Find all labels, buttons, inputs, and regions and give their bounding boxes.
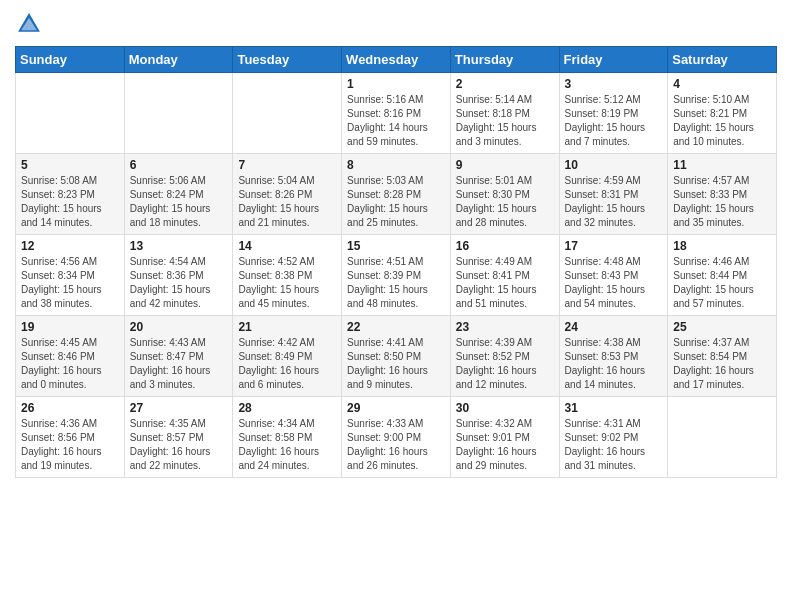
table-row: 30Sunrise: 4:32 AM Sunset: 9:01 PM Dayli…: [450, 397, 559, 478]
table-row: 29Sunrise: 4:33 AM Sunset: 9:00 PM Dayli…: [342, 397, 451, 478]
calendar-week-row: 12Sunrise: 4:56 AM Sunset: 8:34 PM Dayli…: [16, 235, 777, 316]
day-number: 19: [21, 320, 119, 334]
table-row: [668, 397, 777, 478]
day-number: 13: [130, 239, 228, 253]
day-info: Sunrise: 4:39 AM Sunset: 8:52 PM Dayligh…: [456, 336, 554, 392]
table-row: 21Sunrise: 4:42 AM Sunset: 8:49 PM Dayli…: [233, 316, 342, 397]
day-number: 23: [456, 320, 554, 334]
table-row: 10Sunrise: 4:59 AM Sunset: 8:31 PM Dayli…: [559, 154, 668, 235]
col-tuesday: Tuesday: [233, 47, 342, 73]
day-info: Sunrise: 4:43 AM Sunset: 8:47 PM Dayligh…: [130, 336, 228, 392]
table-row: 20Sunrise: 4:43 AM Sunset: 8:47 PM Dayli…: [124, 316, 233, 397]
day-info: Sunrise: 4:34 AM Sunset: 8:58 PM Dayligh…: [238, 417, 336, 473]
logo: [15, 10, 47, 38]
day-info: Sunrise: 4:37 AM Sunset: 8:54 PM Dayligh…: [673, 336, 771, 392]
day-info: Sunrise: 5:16 AM Sunset: 8:16 PM Dayligh…: [347, 93, 445, 149]
day-number: 27: [130, 401, 228, 415]
day-info: Sunrise: 4:59 AM Sunset: 8:31 PM Dayligh…: [565, 174, 663, 230]
col-wednesday: Wednesday: [342, 47, 451, 73]
day-info: Sunrise: 4:48 AM Sunset: 8:43 PM Dayligh…: [565, 255, 663, 311]
calendar-week-row: 26Sunrise: 4:36 AM Sunset: 8:56 PM Dayli…: [16, 397, 777, 478]
day-info: Sunrise: 4:45 AM Sunset: 8:46 PM Dayligh…: [21, 336, 119, 392]
table-row: 3Sunrise: 5:12 AM Sunset: 8:19 PM Daylig…: [559, 73, 668, 154]
day-number: 18: [673, 239, 771, 253]
table-row: 17Sunrise: 4:48 AM Sunset: 8:43 PM Dayli…: [559, 235, 668, 316]
day-info: Sunrise: 5:04 AM Sunset: 8:26 PM Dayligh…: [238, 174, 336, 230]
table-row: 14Sunrise: 4:52 AM Sunset: 8:38 PM Dayli…: [233, 235, 342, 316]
table-row: 16Sunrise: 4:49 AM Sunset: 8:41 PM Dayli…: [450, 235, 559, 316]
day-info: Sunrise: 4:56 AM Sunset: 8:34 PM Dayligh…: [21, 255, 119, 311]
table-row: 24Sunrise: 4:38 AM Sunset: 8:53 PM Dayli…: [559, 316, 668, 397]
col-friday: Friday: [559, 47, 668, 73]
day-number: 20: [130, 320, 228, 334]
day-info: Sunrise: 5:06 AM Sunset: 8:24 PM Dayligh…: [130, 174, 228, 230]
day-number: 2: [456, 77, 554, 91]
table-row: 26Sunrise: 4:36 AM Sunset: 8:56 PM Dayli…: [16, 397, 125, 478]
day-number: 6: [130, 158, 228, 172]
day-number: 17: [565, 239, 663, 253]
day-number: 16: [456, 239, 554, 253]
day-number: 30: [456, 401, 554, 415]
table-row: 7Sunrise: 5:04 AM Sunset: 8:26 PM Daylig…: [233, 154, 342, 235]
table-row: [16, 73, 125, 154]
day-number: 8: [347, 158, 445, 172]
table-row: 13Sunrise: 4:54 AM Sunset: 8:36 PM Dayli…: [124, 235, 233, 316]
table-row: 5Sunrise: 5:08 AM Sunset: 8:23 PM Daylig…: [16, 154, 125, 235]
table-row: 25Sunrise: 4:37 AM Sunset: 8:54 PM Dayli…: [668, 316, 777, 397]
table-row: 18Sunrise: 4:46 AM Sunset: 8:44 PM Dayli…: [668, 235, 777, 316]
day-info: Sunrise: 4:35 AM Sunset: 8:57 PM Dayligh…: [130, 417, 228, 473]
col-monday: Monday: [124, 47, 233, 73]
table-row: 22Sunrise: 4:41 AM Sunset: 8:50 PM Dayli…: [342, 316, 451, 397]
day-info: Sunrise: 4:31 AM Sunset: 9:02 PM Dayligh…: [565, 417, 663, 473]
table-row: 23Sunrise: 4:39 AM Sunset: 8:52 PM Dayli…: [450, 316, 559, 397]
day-number: 14: [238, 239, 336, 253]
col-sunday: Sunday: [16, 47, 125, 73]
table-row: 27Sunrise: 4:35 AM Sunset: 8:57 PM Dayli…: [124, 397, 233, 478]
col-saturday: Saturday: [668, 47, 777, 73]
day-info: Sunrise: 5:14 AM Sunset: 8:18 PM Dayligh…: [456, 93, 554, 149]
day-number: 25: [673, 320, 771, 334]
day-info: Sunrise: 4:57 AM Sunset: 8:33 PM Dayligh…: [673, 174, 771, 230]
table-row: 31Sunrise: 4:31 AM Sunset: 9:02 PM Dayli…: [559, 397, 668, 478]
day-info: Sunrise: 4:42 AM Sunset: 8:49 PM Dayligh…: [238, 336, 336, 392]
day-number: 1: [347, 77, 445, 91]
day-number: 11: [673, 158, 771, 172]
day-number: 15: [347, 239, 445, 253]
table-row: [233, 73, 342, 154]
table-row: 19Sunrise: 4:45 AM Sunset: 8:46 PM Dayli…: [16, 316, 125, 397]
col-thursday: Thursday: [450, 47, 559, 73]
day-number: 26: [21, 401, 119, 415]
table-row: 8Sunrise: 5:03 AM Sunset: 8:28 PM Daylig…: [342, 154, 451, 235]
calendar-week-row: 19Sunrise: 4:45 AM Sunset: 8:46 PM Dayli…: [16, 316, 777, 397]
day-number: 24: [565, 320, 663, 334]
day-number: 7: [238, 158, 336, 172]
calendar-table: Sunday Monday Tuesday Wednesday Thursday…: [15, 46, 777, 478]
day-info: Sunrise: 5:10 AM Sunset: 8:21 PM Dayligh…: [673, 93, 771, 149]
table-row: 28Sunrise: 4:34 AM Sunset: 8:58 PM Dayli…: [233, 397, 342, 478]
day-info: Sunrise: 4:36 AM Sunset: 8:56 PM Dayligh…: [21, 417, 119, 473]
day-info: Sunrise: 4:52 AM Sunset: 8:38 PM Dayligh…: [238, 255, 336, 311]
day-info: Sunrise: 4:38 AM Sunset: 8:53 PM Dayligh…: [565, 336, 663, 392]
day-number: 3: [565, 77, 663, 91]
day-info: Sunrise: 4:46 AM Sunset: 8:44 PM Dayligh…: [673, 255, 771, 311]
day-info: Sunrise: 5:08 AM Sunset: 8:23 PM Dayligh…: [21, 174, 119, 230]
calendar-header-row: Sunday Monday Tuesday Wednesday Thursday…: [16, 47, 777, 73]
logo-icon: [15, 10, 43, 38]
table-row: 4Sunrise: 5:10 AM Sunset: 8:21 PM Daylig…: [668, 73, 777, 154]
day-info: Sunrise: 5:12 AM Sunset: 8:19 PM Dayligh…: [565, 93, 663, 149]
table-row: 12Sunrise: 4:56 AM Sunset: 8:34 PM Dayli…: [16, 235, 125, 316]
day-number: 28: [238, 401, 336, 415]
day-info: Sunrise: 4:54 AM Sunset: 8:36 PM Dayligh…: [130, 255, 228, 311]
page: Sunday Monday Tuesday Wednesday Thursday…: [0, 0, 792, 612]
day-number: 29: [347, 401, 445, 415]
day-info: Sunrise: 5:01 AM Sunset: 8:30 PM Dayligh…: [456, 174, 554, 230]
table-row: 15Sunrise: 4:51 AM Sunset: 8:39 PM Dayli…: [342, 235, 451, 316]
day-info: Sunrise: 4:32 AM Sunset: 9:01 PM Dayligh…: [456, 417, 554, 473]
day-number: 5: [21, 158, 119, 172]
day-number: 22: [347, 320, 445, 334]
table-row: 6Sunrise: 5:06 AM Sunset: 8:24 PM Daylig…: [124, 154, 233, 235]
calendar-week-row: 5Sunrise: 5:08 AM Sunset: 8:23 PM Daylig…: [16, 154, 777, 235]
day-number: 10: [565, 158, 663, 172]
table-row: 11Sunrise: 4:57 AM Sunset: 8:33 PM Dayli…: [668, 154, 777, 235]
day-info: Sunrise: 4:41 AM Sunset: 8:50 PM Dayligh…: [347, 336, 445, 392]
